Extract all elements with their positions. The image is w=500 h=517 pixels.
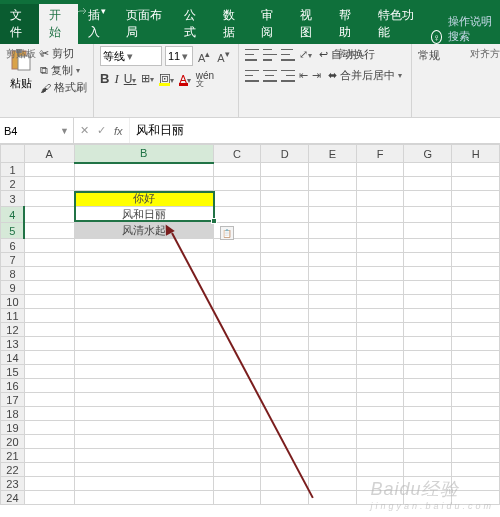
cell-C3[interactable]: [213, 191, 261, 207]
col-header-B[interactable]: B: [74, 145, 213, 163]
cell-A22[interactable]: [24, 463, 74, 477]
cell-E17[interactable]: [309, 393, 357, 407]
cell-A13[interactable]: [24, 337, 74, 351]
cell-C13[interactable]: [213, 337, 261, 351]
align-left-icon[interactable]: [245, 70, 259, 82]
border-button[interactable]: ⊞▾: [141, 72, 154, 85]
cell-C18[interactable]: [213, 407, 261, 421]
cell-H14[interactable]: [452, 351, 500, 365]
row-header[interactable]: 19: [1, 421, 25, 435]
cell-A11[interactable]: [24, 309, 74, 323]
row-header[interactable]: 1: [1, 163, 25, 177]
cell-F5[interactable]: [356, 223, 404, 239]
cell-H23[interactable]: [452, 477, 500, 491]
merge-center-button[interactable]: ⬌合并后居中▾: [325, 67, 405, 84]
row-header[interactable]: 6: [1, 239, 25, 253]
italic-button[interactable]: I: [114, 71, 118, 87]
cell-A8[interactable]: [24, 267, 74, 281]
cell-F6[interactable]: [356, 239, 404, 253]
cell-H15[interactable]: [452, 365, 500, 379]
col-header-F[interactable]: F: [356, 145, 404, 163]
cell-G2[interactable]: [404, 177, 452, 191]
cell-E24[interactable]: [309, 491, 357, 505]
cell-B22[interactable]: [74, 463, 213, 477]
cell-A3[interactable]: [24, 191, 74, 207]
cell-C7[interactable]: [213, 253, 261, 267]
tab-features[interactable]: 特色功能: [368, 4, 426, 44]
cell-C21[interactable]: [213, 449, 261, 463]
tab-help[interactable]: 帮助: [329, 4, 368, 44]
cell-C1[interactable]: [213, 163, 261, 177]
cell-E3[interactable]: [309, 191, 357, 207]
cell-A7[interactable]: [24, 253, 74, 267]
row-header[interactable]: 3: [1, 191, 25, 207]
row-header[interactable]: 24: [1, 491, 25, 505]
cell-F14[interactable]: [356, 351, 404, 365]
cell-B21[interactable]: [74, 449, 213, 463]
paste-options-button[interactable]: 📋: [220, 226, 234, 240]
cell-C19[interactable]: [213, 421, 261, 435]
tab-view[interactable]: 视图: [290, 4, 329, 44]
cell-G13[interactable]: [404, 337, 452, 351]
cell-D13[interactable]: [261, 337, 309, 351]
align-right-icon[interactable]: [281, 70, 295, 82]
cell-H24[interactable]: [452, 491, 500, 505]
cell-B1[interactable]: [74, 163, 213, 177]
cell-A5[interactable]: [24, 223, 74, 239]
cell-B3[interactable]: 你好: [74, 191, 213, 207]
row-header[interactable]: 23: [1, 477, 25, 491]
cell-D9[interactable]: [261, 281, 309, 295]
cell-C23[interactable]: [213, 477, 261, 491]
cell-F18[interactable]: [356, 407, 404, 421]
enter-icon[interactable]: ✓: [97, 124, 106, 137]
cell-E5[interactable]: [309, 223, 357, 239]
row-header[interactable]: 5: [1, 223, 25, 239]
name-box[interactable]: B4 ▼: [0, 118, 74, 143]
fx-icon[interactable]: fx: [114, 125, 123, 137]
col-header-H[interactable]: H: [452, 145, 500, 163]
cell-A24[interactable]: [24, 491, 74, 505]
cell-A21[interactable]: [24, 449, 74, 463]
cell-C10[interactable]: [213, 295, 261, 309]
align-center-icon[interactable]: [263, 70, 277, 82]
row-header[interactable]: 15: [1, 365, 25, 379]
cell-D6[interactable]: [261, 239, 309, 253]
cell-H4[interactable]: [452, 207, 500, 223]
row-header[interactable]: 14: [1, 351, 25, 365]
cell-D5[interactable]: [261, 223, 309, 239]
name-box-dropdown-icon[interactable]: ▼: [60, 126, 69, 136]
cell-H20[interactable]: [452, 435, 500, 449]
cell-C17[interactable]: [213, 393, 261, 407]
cell-B11[interactable]: [74, 309, 213, 323]
tab-file[interactable]: 文件: [0, 4, 39, 44]
row-header[interactable]: 11: [1, 309, 25, 323]
cell-A18[interactable]: [24, 407, 74, 421]
cell-D15[interactable]: [261, 365, 309, 379]
cell-A17[interactable]: [24, 393, 74, 407]
cell-B18[interactable]: [74, 407, 213, 421]
cell-D24[interactable]: [261, 491, 309, 505]
col-header-D[interactable]: D: [261, 145, 309, 163]
cell-E20[interactable]: [309, 435, 357, 449]
row-header[interactable]: 18: [1, 407, 25, 421]
cell-A10[interactable]: [24, 295, 74, 309]
tab-page-layout[interactable]: 页面布局: [116, 4, 174, 44]
cell-H11[interactable]: [452, 309, 500, 323]
cell-E7[interactable]: [309, 253, 357, 267]
row-header[interactable]: 4: [1, 207, 25, 223]
cell-D10[interactable]: [261, 295, 309, 309]
cell-F13[interactable]: [356, 337, 404, 351]
cell-B10[interactable]: [74, 295, 213, 309]
row-header[interactable]: 13: [1, 337, 25, 351]
row-header[interactable]: 7: [1, 253, 25, 267]
cell-G4[interactable]: [404, 207, 452, 223]
cell-B13[interactable]: [74, 337, 213, 351]
cell-H19[interactable]: [452, 421, 500, 435]
cell-G14[interactable]: [404, 351, 452, 365]
col-header-A[interactable]: A: [24, 145, 74, 163]
cell-C2[interactable]: [213, 177, 261, 191]
copy-button[interactable]: ⧉复制 ▾: [40, 63, 87, 78]
cell-G15[interactable]: [404, 365, 452, 379]
cell-H10[interactable]: [452, 295, 500, 309]
row-header[interactable]: 9: [1, 281, 25, 295]
